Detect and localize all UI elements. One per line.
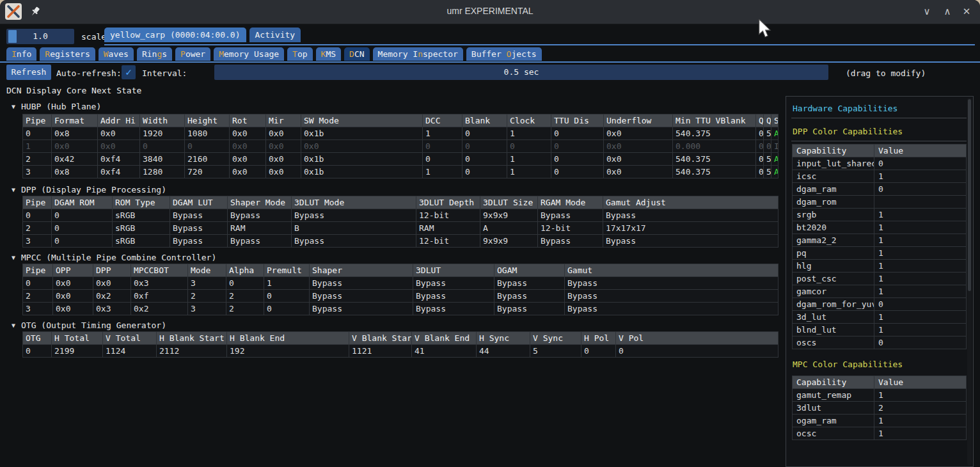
tab-dcn[interactable]: DCN — [344, 47, 369, 61]
table-row: 00sRGBBypassBypassBypass12-bit9x9x9Bypas… — [23, 209, 778, 222]
cell: 0 — [23, 345, 52, 358]
collapse-arrow-icon: ▼ — [12, 103, 15, 110]
cell: 0x0 — [98, 140, 140, 153]
close-button[interactable]: ✕ — [960, 6, 974, 17]
column-header: 3DLUT Size — [480, 196, 538, 209]
column-header: Gamut Adjust — [603, 196, 778, 209]
column-header: Width — [140, 115, 185, 127]
separator — [791, 141, 967, 141]
device-tabbar-underline — [104, 44, 975, 45]
cell: Bypass — [310, 290, 413, 303]
column-header: 3DLUT Depth — [416, 196, 480, 209]
panel-scrollbar[interactable] — [967, 98, 972, 465]
table-row: hlg1 — [793, 260, 967, 273]
cell: Bypass — [292, 235, 416, 248]
table-row: 3dlut2 — [793, 402, 967, 415]
cell: 540.375 — [673, 127, 756, 140]
cell: post_csc — [793, 273, 874, 285]
interval-slider[interactable]: 0.5 sec — [214, 65, 828, 80]
cell: gamut_remap — [793, 389, 874, 402]
refresh-button[interactable]: Refresh — [6, 65, 51, 80]
cell: 2 — [23, 222, 52, 235]
cell: 0x1b — [301, 127, 423, 140]
tab-waves[interactable]: Waves — [99, 47, 134, 61]
tab-yellow-carp[interactable]: yellow_carp (0000:04:00.0) — [104, 28, 246, 42]
tab-registers[interactable]: Registers — [40, 47, 95, 61]
mpcc-table: PipeOPPDPPMPCCBOTModeAlphaPremultShaper3… — [22, 264, 778, 315]
tab-activity[interactable]: Activity — [249, 28, 301, 42]
column-header: Mode — [188, 264, 226, 277]
tab-kms[interactable]: KMS — [316, 47, 341, 61]
cell: blnd_lut — [793, 324, 874, 336]
cell: 0 — [140, 140, 185, 153]
scale-drag-box[interactable]: 1.0 — [6, 29, 74, 44]
table-row: srgb1 — [793, 209, 967, 221]
tab-power[interactable]: Power — [175, 47, 210, 61]
cell: 0 — [507, 140, 551, 153]
cell: 2 — [226, 290, 264, 303]
cell: 0xf4 — [98, 166, 140, 178]
cell: 0 — [874, 298, 967, 311]
cell: A — [771, 166, 778, 178]
header-row: CapabilityValue — [793, 376, 967, 389]
tab-buffer-ojects[interactable]: Buffer Ojects — [466, 47, 542, 61]
section-header-otg[interactable]: ▼OTG (Output Timing Generator) — [12, 321, 166, 330]
table-row: input_lut_shared0 — [793, 157, 967, 170]
cell: 0xf4 — [98, 153, 140, 166]
window-title: umr EXPERIMENTAL — [0, 6, 980, 16]
section-header-hubp[interactable]: ▼HUBP (Hub Plane) — [12, 102, 101, 111]
cell: A — [771, 127, 778, 140]
cell: 0 — [551, 140, 604, 153]
cell: 0 — [185, 140, 230, 153]
cell: 0x0 — [53, 303, 93, 315]
table-row: gamut_remap1 — [793, 389, 967, 402]
cell: 0 — [874, 336, 967, 349]
cell: oscs — [793, 336, 874, 349]
column-header: Q — [764, 115, 771, 127]
cell: sRGB — [113, 209, 170, 222]
cell: A — [480, 222, 538, 235]
maximize-button[interactable]: ∧ — [940, 6, 954, 17]
cell: 0 — [462, 127, 507, 140]
table-row: dgam_rom_for_yuv0 — [793, 298, 967, 311]
cell: Bypass — [565, 303, 778, 315]
cell: 1 — [507, 127, 551, 140]
cell: dgam_rom_for_yuv — [793, 298, 874, 311]
table-row: 20x00x20xf220BypassBypassBypassBypass — [23, 290, 778, 303]
tab-info[interactable]: Info — [6, 47, 36, 61]
cell: input_lut_shared — [793, 157, 874, 170]
table-row: gamma2_21 — [793, 234, 967, 247]
cell: 0 — [23, 277, 53, 290]
column-header: Clock — [507, 115, 551, 127]
section-header-mpcc[interactable]: ▼MPCC (Multiple Pipe Combine Controller) — [12, 253, 216, 262]
column-header: Pipe — [23, 196, 52, 209]
cell: 5 — [530, 345, 581, 358]
cell: 1080 — [185, 127, 230, 140]
cell: 0x0 — [266, 140, 301, 153]
cell: 1 — [874, 209, 967, 221]
cell: 0x0 — [266, 166, 301, 178]
table-row: blnd_lut1 — [793, 324, 967, 336]
tab-memory-usage[interactable]: Memory Usage — [214, 47, 284, 61]
panel-scrollbar-thumb[interactable] — [968, 99, 971, 291]
cell: icsc — [793, 170, 874, 183]
tab-top[interactable]: Top — [287, 47, 312, 61]
section-header-dpp[interactable]: ▼DPP (Display Pipe Processing) — [12, 185, 166, 194]
hubp-table: PipeFormatAddr HiWidthHeightRotMirSW Mod… — [22, 114, 778, 178]
table-row: 021991124211219211214144500 — [23, 345, 778, 358]
tab-rings[interactable]: Rings — [137, 47, 172, 61]
cell: 0x42 — [52, 153, 98, 166]
cell: 0 — [756, 166, 764, 178]
autorefresh-checkbox[interactable]: ✓ — [122, 65, 136, 79]
column-header: V Total — [103, 332, 157, 345]
title-bar[interactable]: umr EXPERIMENTAL ∨ ∧ ✕ — [0, 0, 980, 24]
column-header: Min TTU VBlank — [673, 115, 756, 127]
cell: 5 — [764, 166, 771, 178]
tab-memory-inspector[interactable]: Memory Inspector — [373, 47, 463, 61]
minimize-button[interactable]: ∨ — [920, 6, 934, 17]
cell: 0 — [23, 209, 52, 222]
table-row: 30x80xf412807200x00x00x1b10100x0540.3750… — [23, 166, 778, 178]
cell: 9x9x9 — [480, 235, 538, 248]
column-header: OTG — [23, 332, 52, 345]
cell: sRGB — [113, 222, 170, 235]
